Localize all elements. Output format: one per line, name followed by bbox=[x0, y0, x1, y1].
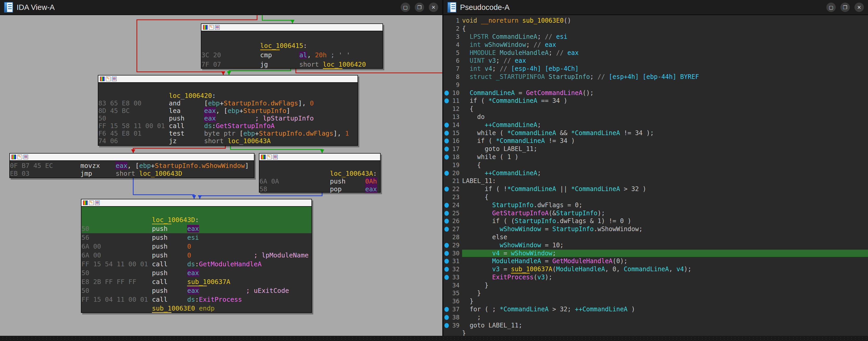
pseudocode-text[interactable]: if ( *CommandLineA == 34 ) bbox=[462, 97, 868, 104]
pseudocode-text[interactable]: v4 = wShowWindow; bbox=[462, 250, 868, 257]
graph-node-loc_1006420[interactable]: loc_1006420:83 65 E8 00 and [ebp+Startup… bbox=[98, 75, 358, 146]
pseudocode-text[interactable]: CommandLineA = GetCommandLineA(); bbox=[462, 89, 868, 97]
pseudocode-text[interactable]: if ( *CommandLineA != 34 ) bbox=[462, 137, 868, 145]
pseudocode-text[interactable]: } bbox=[462, 282, 868, 289]
asm-line[interactable]: 50 push eax bbox=[82, 224, 311, 233]
pseudocode-line[interactable]: 9 bbox=[443, 81, 868, 89]
asm-line[interactable]: loc_100643A: bbox=[259, 170, 380, 178]
pseudocode-text[interactable]: int wShowWindow; // eax bbox=[462, 41, 868, 49]
pseudocode-line[interactable]: 36 } bbox=[443, 297, 868, 305]
node-edit-icon[interactable] bbox=[267, 155, 272, 159]
asm-line[interactable]: EB 03 jmp short loc_100643D bbox=[10, 170, 254, 178]
pseudocode-line[interactable]: 14 ++CommandLineA; bbox=[443, 121, 868, 129]
asm-line[interactable]: loc_100643D: bbox=[82, 216, 311, 224]
breakpoint-dot[interactable] bbox=[444, 251, 449, 256]
pseudocode-text[interactable]: if ( !*CommandLineA || *CommandLineA > 3… bbox=[462, 185, 868, 193]
maximize-button[interactable]: ▢ bbox=[401, 3, 410, 12]
breakpoint-dot[interactable] bbox=[444, 219, 449, 224]
pseudocode-text[interactable]: v3 = sub_100637A(ModuleHandleA, 0, Comma… bbox=[462, 266, 868, 273]
pseudocode-text[interactable]: { bbox=[462, 161, 868, 169]
breakpoint-dot[interactable] bbox=[444, 211, 449, 216]
pseudocode-line[interactable]: 27 wShowWindow = StartupInfo.wShowWindow… bbox=[443, 225, 868, 233]
pseudocode-text[interactable]: wShowWindow = StartupInfo.wShowWindow; bbox=[462, 225, 868, 233]
node-titlebar[interactable] bbox=[259, 154, 380, 161]
node-color-icon[interactable] bbox=[11, 155, 16, 159]
node-info-icon[interactable] bbox=[23, 155, 28, 159]
asm-line[interactable]: 50 push eax ; uExitCode bbox=[82, 286, 311, 295]
breakpoint-dot[interactable] bbox=[444, 227, 449, 232]
pseudocode-text[interactable]: UINT v3; // eax bbox=[462, 57, 868, 64]
pseudocode-text[interactable]: } bbox=[462, 298, 868, 305]
pseudocode-line[interactable]: 35 } bbox=[443, 289, 868, 297]
node-info-icon[interactable] bbox=[95, 200, 100, 205]
pseudocode-line[interactable]: 32 v3 = sub_100637A(ModuleHandleA, 0, Co… bbox=[443, 265, 868, 273]
asm-line[interactable]: 50 push eax ; lpStartupInfo bbox=[98, 115, 358, 122]
panel-splitter[interactable] bbox=[442, 0, 443, 341]
breakpoint-dot[interactable] bbox=[444, 91, 449, 96]
node-edit-icon[interactable] bbox=[106, 76, 111, 81]
pseudocode-text[interactable]: { bbox=[462, 25, 868, 32]
pseudocode-text[interactable]: goto LABEL_11; bbox=[462, 322, 868, 329]
asm-line[interactable]: E8 2B FF FF FF call sub_100637A bbox=[82, 278, 311, 286]
graph-view-canvas[interactable]: loc_1006415:3C 20 cmp al, 20h ; ' '7F 07… bbox=[0, 15, 442, 341]
asm-line[interactable]: F6 45 E8 01 test byte ptr [ebp+StartupIn… bbox=[98, 130, 358, 137]
asm-line[interactable] bbox=[259, 162, 380, 170]
pseudocode-text[interactable]: { bbox=[462, 193, 868, 201]
pseudocode-line[interactable]: 31 ModuleHandleA = GetModuleHandleA(0); bbox=[443, 257, 868, 265]
pseudocode-text[interactable]: ModuleHandleA = GetModuleHandleA(0); bbox=[462, 257, 868, 265]
pseudocode-line[interactable]: 22 if ( !*CommandLineA || *CommandLineA … bbox=[443, 185, 868, 193]
asm-line[interactable]: 6A 0A push 0Ah bbox=[259, 178, 380, 185]
asm-line[interactable]: 74 06 jz short loc_100643A bbox=[98, 137, 358, 145]
pseudocode-line[interactable]: 25 GetStartupInfoA(&StartupInfo); bbox=[443, 209, 868, 217]
pseudocode-line[interactable]: 21LABEL_11: bbox=[443, 177, 868, 185]
breakpoint-dot[interactable] bbox=[444, 315, 449, 320]
breakpoint-dot[interactable] bbox=[444, 323, 449, 328]
asm-line[interactable]: FF 15 54 11 00 01 call ds:GetModuleHandl… bbox=[82, 260, 311, 269]
pseudocode-text[interactable]: wShowWindow = 10; bbox=[462, 242, 868, 249]
breakpoint-dot[interactable] bbox=[444, 187, 449, 192]
bottom-docked-windows-strip[interactable] bbox=[0, 336, 868, 341]
close-button[interactable]: ✕ bbox=[429, 3, 438, 12]
pseudocode-line[interactable]: 3 LPSTR CommandLineA; // esi bbox=[443, 33, 868, 41]
asm-line[interactable] bbox=[202, 32, 382, 41]
node-titlebar[interactable] bbox=[10, 154, 254, 161]
pseudocode-line[interactable]: 16 if ( *CommandLineA != 34 ) bbox=[443, 137, 868, 145]
node-info-icon[interactable] bbox=[215, 25, 220, 30]
breakpoint-dot[interactable] bbox=[444, 275, 449, 280]
pseudocode-text[interactable]: struct _STARTUPINFOA StartupInfo; // [es… bbox=[462, 73, 868, 81]
breakpoint-dot[interactable] bbox=[444, 123, 449, 128]
breakpoint-dot[interactable] bbox=[444, 155, 449, 160]
restore-button[interactable]: ❐ bbox=[415, 3, 424, 12]
pseudocode-line[interactable]: 1void __noreturn sub_10063E0() bbox=[443, 17, 868, 25]
pseudocode-line[interactable]: 19 { bbox=[443, 161, 868, 169]
node-color-icon[interactable] bbox=[100, 76, 104, 81]
pseudocode-line[interactable]: 13 do bbox=[443, 113, 868, 121]
graph-node-loc_100643A[interactable]: loc_100643A:6A 0A push 0Ah58 pop eax bbox=[259, 153, 381, 193]
pseudocode-line[interactable]: 12 { bbox=[443, 105, 868, 113]
pseudocode-line[interactable]: 30 v4 = wShowWindow; bbox=[443, 249, 868, 257]
pseudocode-line[interactable]: 28 else bbox=[443, 233, 868, 241]
asm-line[interactable]: loc_1006415: bbox=[202, 41, 382, 51]
pseudocode-text[interactable]: } bbox=[462, 289, 868, 297]
asm-line[interactable] bbox=[98, 84, 358, 92]
pseudocode-line[interactable]: 20 ++CommandLineA; bbox=[443, 169, 868, 177]
node-titlebar[interactable] bbox=[202, 24, 382, 31]
pseudocode-line[interactable]: 23 { bbox=[443, 193, 868, 201]
breakpoint-dot[interactable] bbox=[444, 147, 449, 152]
node-color-icon[interactable] bbox=[83, 200, 88, 205]
pseudocode-view[interactable]: 1void __noreturn sub_10063E0()2{3 LPSTR … bbox=[443, 15, 868, 341]
breakpoint-dot[interactable] bbox=[444, 98, 449, 103]
pseudocode-text[interactable]: ExitProcess(v3); bbox=[462, 274, 868, 281]
pseudocode-text[interactable]: HMODULE ModuleHandleA; // eax bbox=[462, 49, 868, 57]
graph-node-loc_1006415[interactable]: loc_1006415:3C 20 cmp al, 20h ; ' '7F 07… bbox=[201, 24, 383, 69]
pseudocode-line[interactable]: 6 UINT v3; // eax bbox=[443, 57, 868, 65]
node-info-icon[interactable] bbox=[112, 76, 117, 81]
breakpoint-dot[interactable] bbox=[444, 203, 449, 208]
pseudocode-line[interactable]: 26 if ( (StartupInfo.dwFlags & 1) != 0 ) bbox=[443, 217, 868, 225]
restore-button[interactable]: ❐ bbox=[840, 3, 850, 12]
pseudocode-text[interactable]: ++CommandLineA; bbox=[462, 121, 868, 129]
asm-line[interactable]: sub_10063E0 endp bbox=[82, 304, 311, 313]
asm-line[interactable]: 6A 00 push 0 bbox=[82, 242, 311, 251]
asm-line[interactable]: 7F 07 jg short loc_1006420 bbox=[202, 60, 382, 69]
pseudocode-text[interactable]: StartupInfo.dwFlags = 0; bbox=[462, 202, 868, 209]
